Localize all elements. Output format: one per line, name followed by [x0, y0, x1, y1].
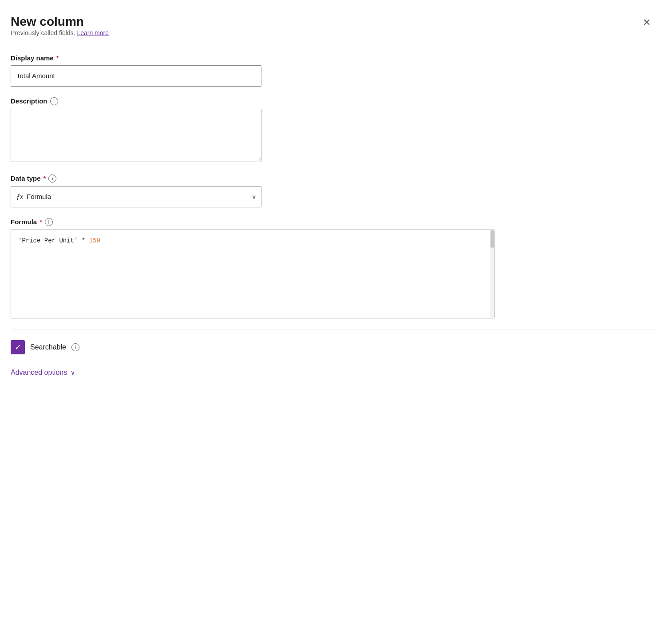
- checkmark-icon: ✓: [15, 343, 21, 351]
- formula-string-part: 'Price Per Unit' *: [18, 237, 89, 244]
- searchable-info-icon: i: [71, 343, 79, 351]
- display-name-input[interactable]: [11, 65, 261, 87]
- fx-icon: ƒx: [16, 193, 23, 201]
- display-name-section: Display name *: [11, 54, 654, 87]
- panel-subtitle: Previously called fields. Learn more: [11, 29, 109, 36]
- description-info-icon: i: [50, 97, 58, 105]
- required-star-3: *: [40, 218, 42, 226]
- advanced-options-row[interactable]: Advanced options ∨: [11, 369, 654, 377]
- formula-editor[interactable]: 'Price Per Unit' * 150: [11, 230, 494, 318]
- data-type-select-wrapper: ƒx Formula ∨: [11, 186, 261, 207]
- searchable-row: ✓ Searchable i: [11, 340, 654, 354]
- formula-info-icon: i: [45, 218, 53, 226]
- description-label: Description i: [11, 97, 654, 105]
- searchable-checkbox[interactable]: ✓: [11, 340, 25, 354]
- formula-scrollbar-thumb: [490, 230, 494, 248]
- formula-label: Formula * i: [11, 218, 654, 226]
- data-type-value: Formula: [27, 193, 51, 200]
- panel-header: New column Previously called fields. Lea…: [11, 14, 654, 51]
- divider: [11, 329, 654, 329]
- description-input[interactable]: [11, 109, 261, 162]
- data-type-select[interactable]: ƒx Formula: [11, 186, 261, 207]
- advanced-chevron-icon: ∨: [71, 369, 75, 376]
- data-type-label: Data type * i: [11, 175, 654, 183]
- description-section: Description i: [11, 97, 654, 164]
- data-type-info-icon: i: [48, 175, 56, 183]
- formula-section: Formula * i 'Price Per Unit' * 150: [11, 218, 654, 318]
- formula-scrollbar[interactable]: [490, 230, 494, 318]
- searchable-label: Searchable: [30, 343, 66, 351]
- learn-more-link[interactable]: Learn more: [77, 29, 109, 36]
- advanced-options-label: Advanced options: [11, 369, 67, 377]
- formula-content: 'Price Per Unit' * 150: [11, 230, 494, 318]
- close-button[interactable]: ✕: [639, 16, 654, 29]
- required-star: *: [56, 54, 59, 62]
- panel-title-area: New column Previously called fields. Lea…: [11, 14, 109, 51]
- data-type-section: Data type * i ƒx Formula ∨: [11, 175, 654, 207]
- formula-number-part: 150: [89, 237, 100, 244]
- display-name-label: Display name *: [11, 54, 654, 62]
- panel-title: New column: [11, 14, 109, 29]
- new-column-panel: New column Previously called fields. Lea…: [0, 0, 672, 627]
- required-star-2: *: [43, 175, 46, 182]
